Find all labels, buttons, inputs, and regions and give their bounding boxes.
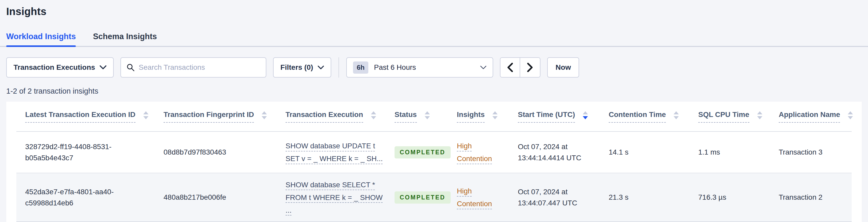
transaction-execution-link[interactable]: SHOW database UPDATE t SET v = _ WHERE k… — [285, 142, 383, 163]
contention-time-cell: 14.1 s — [600, 131, 689, 173]
sort-toggle-icon[interactable] — [371, 111, 376, 119]
execution-type-dropdown[interactable]: Transaction Executions — [6, 57, 114, 77]
sort-toggle-icon[interactable] — [143, 111, 149, 119]
previous-time-window-button[interactable] — [500, 58, 520, 77]
column-header-application-name: Application Name — [770, 102, 851, 131]
insight-high-contention-link[interactable]: High Contention — [457, 139, 506, 165]
latest-execution-id-cell: 452da3e7-e7fa-4801-aa40-c59988d14eb6 — [17, 173, 155, 222]
status-badge: COMPLETED — [395, 191, 451, 203]
toolbar-divider — [339, 57, 339, 77]
latest-execution-id-cell: 328729d2-ff19-4408-8531-b05a5b4e43c7 — [17, 131, 155, 173]
insight-high-contention-link[interactable]: High Contention — [457, 185, 506, 210]
sort-toggle-icon[interactable] — [261, 111, 267, 119]
column-header-status: Status — [386, 102, 448, 131]
time-window-pager — [500, 57, 540, 77]
filters-label: Filters (0) — [280, 63, 313, 71]
application-name-cell: Transaction 2 — [770, 173, 851, 222]
column-header-contention-time: Contention Time — [600, 102, 689, 131]
column-header-insights: Insights — [448, 102, 509, 131]
page-title: Insights — [6, 0, 862, 18]
table-row: 452da3e7-e7fa-4801-aa40-c59988d14eb6 480… — [17, 173, 851, 222]
fingerprint-id-cell: 08d8b7d97f830463 — [155, 131, 277, 173]
search-icon — [127, 64, 134, 71]
insights-tabbar: Workload Insights Schema Insights — [6, 32, 862, 47]
chevron-left-icon — [507, 63, 513, 72]
results-summary: 1-2 of 2 transaction insights — [6, 87, 862, 95]
sort-toggle-icon[interactable] — [425, 111, 430, 119]
tab-schema-insights[interactable]: Schema Insights — [93, 32, 157, 47]
toolbar: Transaction Executions Filters (0) 6h Pa… — [6, 57, 862, 77]
time-range-picker[interactable]: 6h Past 6 Hours — [346, 57, 493, 77]
sort-toggle-icon[interactable] — [492, 111, 498, 119]
execution-type-label: Transaction Executions — [13, 63, 95, 71]
application-name-cell: Transaction 3 — [770, 131, 851, 173]
table-row: 328729d2-ff19-4408-8531-b05a5b4e43c7 08d… — [17, 131, 851, 173]
column-header-transaction-fingerprint-id: Transaction Fingerprint ID — [155, 102, 277, 131]
now-button[interactable]: Now — [547, 57, 579, 77]
contention-time-cell: 21.3 s — [600, 173, 689, 222]
sort-toggle-icon-active-desc[interactable] — [583, 111, 588, 119]
column-header-start-time: Start Time (UTC) — [509, 102, 600, 131]
column-header-transaction-execution: Transaction Execution — [277, 102, 386, 131]
fingerprint-id-cell: 480a8b217be006fe — [155, 173, 277, 222]
next-time-window-button[interactable] — [520, 58, 540, 77]
chevron-right-icon — [527, 63, 533, 72]
insights-page: Insights Workload Insights Schema Insigh… — [0, 0, 868, 222]
start-time-cell: Oct 07, 2024 at 13:44:14.4414 UTC — [518, 142, 581, 162]
sql-cpu-time-cell: 716.3 µs — [689, 173, 770, 222]
search-input[interactable] — [138, 63, 260, 71]
time-range-badge: 6h — [353, 61, 368, 74]
sort-toggle-icon[interactable] — [757, 111, 762, 119]
status-badge: COMPLETED — [395, 146, 451, 158]
tab-workload-insights[interactable]: Workload Insights — [6, 32, 76, 47]
transaction-insights-table: Latest Transaction Execution ID Transact… — [17, 102, 851, 222]
chevron-down-icon — [480, 66, 487, 69]
chevron-down-icon — [318, 66, 324, 69]
column-header-sql-cpu-time: SQL CPU Time — [689, 102, 770, 131]
transaction-execution-link[interactable]: SHOW database SELECT * FROM t WHERE k = … — [285, 181, 382, 214]
search-box[interactable] — [120, 57, 266, 77]
table-header-row: Latest Transaction Execution ID Transact… — [17, 102, 851, 131]
sort-toggle-icon[interactable] — [848, 111, 853, 119]
sql-cpu-time-cell: 1.1 ms — [689, 131, 770, 173]
column-header-latest-transaction-execution-id: Latest Transaction Execution ID — [17, 102, 155, 131]
insights-table-card: Latest Transaction Execution ID Transact… — [6, 102, 862, 222]
time-range-label: Past 6 Hours — [374, 63, 475, 71]
filters-dropdown[interactable]: Filters (0) — [273, 57, 331, 77]
start-time-cell: Oct 07, 2024 at 13:44:07.447 UTC — [518, 188, 577, 207]
sort-toggle-icon[interactable] — [674, 111, 679, 119]
chevron-down-icon — [100, 65, 106, 69]
